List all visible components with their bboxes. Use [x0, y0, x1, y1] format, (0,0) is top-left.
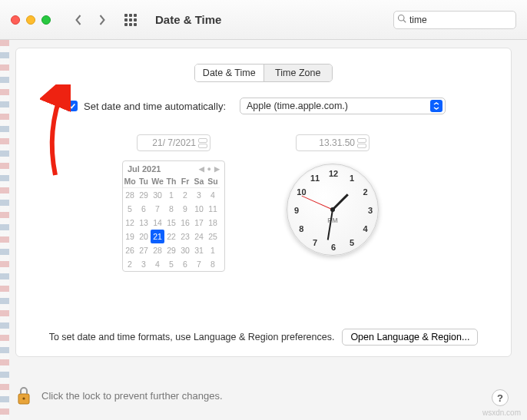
date-value: 21/ 7/2021 [152, 137, 196, 148]
clock-number: 6 [331, 243, 336, 252]
back-button[interactable] [69, 12, 88, 28]
cal-day[interactable]: 26 [123, 243, 137, 257]
cal-day[interactable]: 8 [206, 257, 220, 271]
cal-day[interactable]: 3 [192, 188, 206, 202]
cal-day[interactable]: 14 [151, 216, 164, 230]
cal-day[interactable]: 16 [178, 216, 192, 230]
minute-hand [327, 210, 333, 240]
clock-number: 7 [313, 238, 317, 247]
cal-day[interactable]: 11 [206, 202, 220, 216]
cal-day[interactable]: 30 [178, 243, 192, 257]
cal-day[interactable]: 29 [137, 188, 151, 202]
cal-dow: Su [206, 175, 220, 188]
clock-number: 4 [363, 224, 368, 233]
date-field[interactable]: 21/ 7/2021 [137, 134, 210, 151]
cal-prev-icon[interactable]: ◀ [199, 165, 204, 173]
minimize-icon[interactable] [26, 15, 35, 25]
clock-number: 10 [297, 187, 306, 197]
clock-number: 9 [294, 206, 299, 215]
clock-number: 11 [310, 174, 320, 183]
search-input[interactable] [409, 15, 525, 25]
cal-day[interactable]: 3 [137, 257, 151, 271]
cal-day[interactable]: 6 [178, 257, 192, 271]
show-all-button[interactable] [121, 12, 140, 28]
cal-day[interactable]: 9 [178, 202, 192, 216]
cal-today-icon[interactable]: ● [207, 165, 211, 173]
cal-day[interactable]: 22 [164, 230, 178, 243]
cal-day[interactable]: 7 [151, 202, 164, 216]
cal-day[interactable]: 28 [123, 188, 137, 202]
clock-number: 1 [350, 174, 354, 183]
cal-day[interactable]: 4 [206, 188, 220, 202]
cal-day[interactable]: 8 [164, 202, 178, 216]
cal-dow: Sa [192, 175, 206, 188]
tab-time-zone[interactable]: Time Zone [264, 64, 333, 81]
cal-next-icon[interactable]: ▶ [214, 165, 220, 173]
cal-day[interactable]: 5 [164, 257, 178, 271]
cal-day[interactable]: 19 [123, 230, 137, 243]
cal-day[interactable]: 23 [178, 230, 192, 243]
cal-day[interactable]: 1 [206, 243, 220, 257]
cal-day[interactable]: 31 [192, 243, 206, 257]
preferences-panel: Date & Time Time Zone Set date and time … [15, 48, 512, 357]
cal-day[interactable]: 2 [123, 257, 137, 271]
auto-set-label: Set date and time automatically: [84, 101, 226, 112]
lock-text: Click the lock to prevent further change… [41, 390, 223, 402]
time-field[interactable]: 13.31.50 [296, 134, 370, 151]
cal-day[interactable]: 10 [192, 202, 206, 216]
help-button[interactable]: ? [492, 389, 509, 406]
cal-day[interactable]: 30 [151, 188, 164, 202]
cal-dow: Mo [123, 175, 137, 188]
cal-day[interactable]: 24 [192, 230, 206, 243]
cal-day[interactable]: 6 [137, 202, 151, 216]
tab-date-time[interactable]: Date & Time [195, 64, 264, 81]
cal-day[interactable]: 21 [151, 230, 164, 243]
open-language-region-button[interactable]: Open Language & Region... [342, 329, 478, 346]
cal-day[interactable]: 28 [151, 243, 164, 257]
second-hand [302, 196, 333, 210]
lock-icon[interactable] [15, 385, 32, 406]
forward-button[interactable] [92, 12, 111, 28]
cal-day[interactable]: 7 [192, 257, 206, 271]
cal-day[interactable]: 20 [137, 230, 151, 243]
cal-day[interactable]: 25 [206, 230, 220, 243]
cal-day[interactable]: 2 [178, 188, 192, 202]
cal-day[interactable]: 13 [137, 216, 151, 230]
cal-dow: We [151, 175, 164, 188]
cal-day[interactable]: 17 [192, 216, 206, 230]
close-icon[interactable] [11, 15, 20, 25]
clock-number: 5 [350, 238, 354, 247]
cal-day[interactable]: 15 [164, 216, 178, 230]
format-hint-text: To set date and time formats, use Langua… [49, 332, 335, 342]
clock-number: 2 [363, 187, 368, 197]
clock-number: 3 [368, 206, 373, 215]
svg-line-1 [403, 20, 406, 22]
cal-day[interactable]: 1 [164, 188, 178, 202]
time-stepper-icon[interactable] [357, 138, 366, 148]
cal-dow: Th [164, 175, 178, 188]
auto-set-checkbox[interactable] [67, 101, 78, 111]
cal-day[interactable]: 29 [164, 243, 178, 257]
time-value: 13.31.50 [319, 137, 355, 148]
window-title: Date & Time [155, 13, 383, 26]
svg-point-3 [22, 397, 25, 399]
cal-day[interactable]: 27 [137, 243, 151, 257]
time-server-dropdown[interactable]: Apple (time.apple.com.) [240, 98, 446, 114]
cal-day[interactable]: 4 [151, 257, 164, 271]
window-controls [11, 15, 51, 25]
cal-day[interactable]: 5 [123, 202, 137, 216]
zoom-icon[interactable] [41, 15, 51, 25]
calendar-month-label: Jul 2021 [128, 164, 161, 174]
cal-day[interactable]: 18 [206, 216, 220, 230]
cal-dow: Tu [137, 175, 151, 188]
time-server-value: Apple (time.apple.com.) [247, 101, 348, 111]
titlebar: Date & Time ✕ [0, 0, 527, 40]
svg-point-0 [399, 15, 405, 21]
watermark: wsxdn.com [482, 408, 521, 417]
cal-day[interactable]: 12 [123, 216, 137, 230]
search-field[interactable]: ✕ [393, 11, 516, 29]
calendar[interactable]: Jul 2021 ◀ ● ▶ MoTuWeThFrSaSu28293012345… [122, 160, 225, 272]
date-stepper-icon[interactable] [198, 138, 207, 148]
clock-number: 12 [329, 169, 338, 178]
tab-group: Date & Time Time Zone [194, 64, 333, 82]
